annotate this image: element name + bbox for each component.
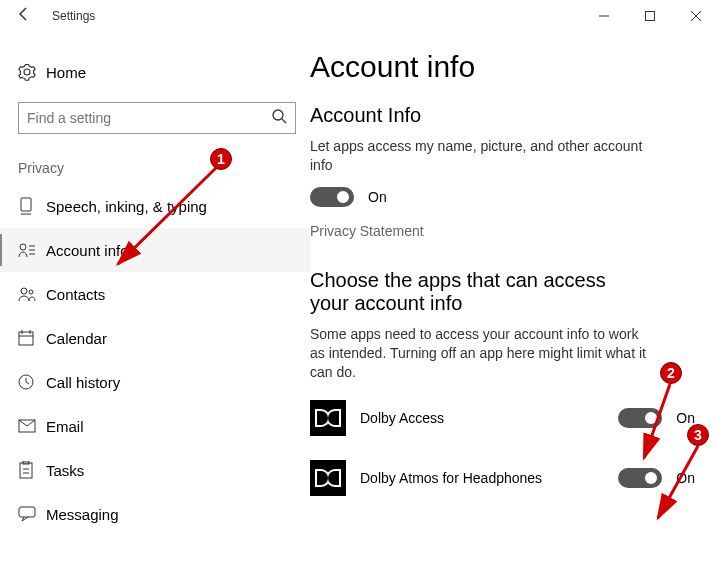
- sidebar-item-call-history[interactable]: Call history: [0, 360, 310, 404]
- search-input[interactable]: [27, 110, 271, 126]
- annotation-badge-3: 3: [687, 424, 709, 446]
- minimize-button[interactable]: [581, 0, 627, 32]
- sidebar-group-label: Privacy: [0, 148, 310, 184]
- content-pane: Account info Account Info Let apps acces…: [310, 32, 719, 562]
- close-icon: [691, 11, 701, 21]
- app-toggle-dolby-access[interactable]: [618, 408, 662, 428]
- account-info-toggle-state: On: [368, 189, 387, 205]
- sidebar-item-calendar[interactable]: Calendar: [0, 316, 310, 360]
- svg-point-2: [273, 110, 283, 120]
- svg-point-6: [20, 244, 26, 250]
- section2-description: Some apps need to access your account in…: [310, 325, 650, 382]
- sidebar-nav: Speech, inking, & typing Account info Co…: [0, 184, 310, 536]
- svg-line-3: [282, 119, 286, 123]
- app-row-dolby-atmos: Dolby Atmos for Headphones On: [310, 453, 695, 503]
- titlebar: Settings: [0, 0, 719, 32]
- svg-point-10: [21, 288, 27, 294]
- annotation-badge-2: 2: [660, 362, 682, 384]
- sidebar: Home Privacy Speech, inking, & typing Ac…: [0, 32, 310, 562]
- email-icon: [18, 419, 46, 433]
- app-row-dolby-access: Dolby Access On: [310, 393, 695, 443]
- home-label: Home: [46, 64, 86, 81]
- annotation-badge-1: 1: [210, 148, 232, 170]
- maximize-icon: [645, 11, 655, 21]
- home-nav[interactable]: Home: [0, 54, 310, 90]
- app-name-label: Dolby Atmos for Headphones: [360, 470, 618, 486]
- sidebar-item-account-info[interactable]: Account info: [0, 228, 310, 272]
- svg-rect-1: [646, 12, 655, 21]
- back-arrow-icon: [16, 6, 32, 22]
- contacts-icon: [18, 286, 46, 302]
- sidebar-item-speech[interactable]: Speech, inking, & typing: [0, 184, 310, 228]
- svg-rect-4: [21, 198, 31, 211]
- window-title: Settings: [48, 9, 95, 23]
- sidebar-item-label: Email: [46, 418, 84, 435]
- back-button[interactable]: [0, 6, 48, 26]
- app-toggle-state: On: [676, 410, 695, 426]
- section-heading-account-info: Account Info: [310, 104, 695, 127]
- account-info-toggle[interactable]: [310, 187, 354, 207]
- sidebar-item-label: Speech, inking, & typing: [46, 198, 207, 215]
- sidebar-item-label: Account info: [46, 242, 129, 259]
- speech-icon: [18, 197, 46, 215]
- section-heading-choose-apps: Choose the apps that can access your acc…: [310, 269, 650, 315]
- svg-point-11: [29, 290, 33, 294]
- sidebar-item-label: Contacts: [46, 286, 105, 303]
- section1-description: Let apps access my name, picture, and ot…: [310, 137, 650, 175]
- app-toggle-state: On: [676, 470, 695, 486]
- privacy-statement-link[interactable]: Privacy Statement: [310, 223, 695, 239]
- maximize-button[interactable]: [627, 0, 673, 32]
- account-info-icon: [18, 242, 46, 258]
- app-name-label: Dolby Access: [360, 410, 618, 426]
- find-setting-search[interactable]: [18, 102, 296, 134]
- page-title: Account info: [310, 50, 695, 84]
- sidebar-item-messaging[interactable]: Messaging: [0, 492, 310, 536]
- messaging-icon: [18, 506, 46, 522]
- call-history-icon: [18, 374, 46, 390]
- sidebar-item-label: Messaging: [46, 506, 119, 523]
- sidebar-item-tasks[interactable]: Tasks: [0, 448, 310, 492]
- dolby-atmos-icon: [310, 460, 346, 496]
- close-button[interactable]: [673, 0, 719, 32]
- svg-rect-22: [19, 507, 35, 517]
- gear-icon: [18, 63, 46, 81]
- search-icon: [271, 108, 287, 128]
- sidebar-item-label: Calendar: [46, 330, 107, 347]
- tasks-icon: [18, 461, 46, 479]
- app-toggle-dolby-atmos[interactable]: [618, 468, 662, 488]
- sidebar-item-label: Call history: [46, 374, 120, 391]
- sidebar-item-contacts[interactable]: Contacts: [0, 272, 310, 316]
- sidebar-item-email[interactable]: Email: [0, 404, 310, 448]
- svg-rect-12: [19, 332, 33, 345]
- sidebar-item-label: Tasks: [46, 462, 84, 479]
- minimize-icon: [599, 11, 609, 21]
- dolby-access-icon: [310, 400, 346, 436]
- svg-rect-18: [20, 463, 32, 478]
- calendar-icon: [18, 330, 46, 346]
